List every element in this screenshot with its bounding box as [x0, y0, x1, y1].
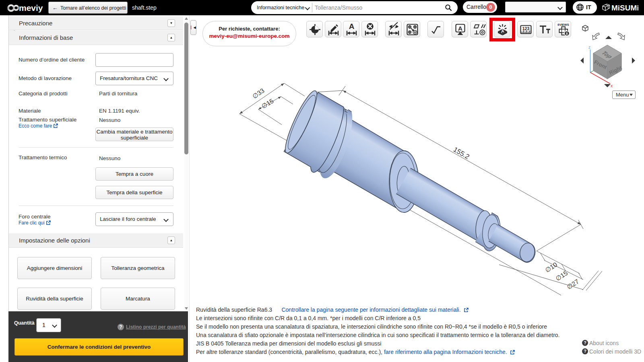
svg-text:MiSUMi: MiSUMi [611, 4, 638, 12]
svg-text:155.2: 155.2 [452, 146, 471, 161]
svg-text:A: A [458, 25, 462, 32]
svg-text:∅27: ∅27 [566, 278, 580, 291]
svg-text:∅33: ∅33 [251, 87, 266, 100]
svg-text:∅10: ∅10 [544, 261, 558, 274]
svg-text:∅15: ∅15 [260, 97, 275, 110]
svg-text:123: 123 [522, 26, 530, 31]
svg-text:6VIEWS: 6VIEWS [557, 23, 569, 27]
svg-text:A: A [349, 22, 355, 31]
svg-text:meviy: meviy [19, 3, 43, 12]
